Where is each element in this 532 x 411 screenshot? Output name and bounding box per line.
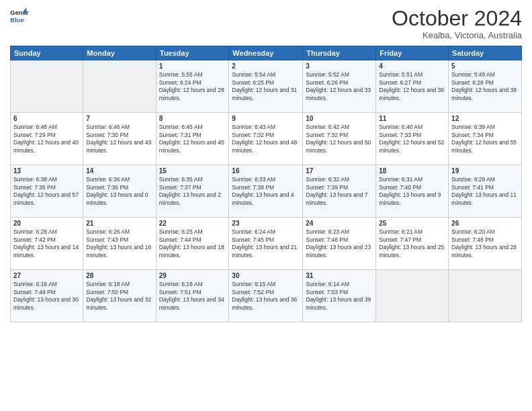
calendar-cell [11,60,83,113]
page-header: General Blue October 2024 Kealba, Victor… [10,7,522,40]
calendar-cell: 7Sunrise: 6:46 AMSunset: 7:30 PMDaylight… [83,113,156,165]
day-number: 24 [306,220,373,227]
day-info: Sunrise: 6:46 AMSunset: 7:30 PMDaylight:… [86,124,152,154]
calendar-cell: 24Sunrise: 6:23 AMSunset: 7:46 PMDayligh… [303,218,376,270]
day-number: 4 [379,62,445,70]
calendar-cell: 2Sunrise: 5:54 AMSunset: 6:25 PMDaylight… [229,60,303,113]
day-info: Sunrise: 6:16 AMSunset: 7:51 PMDaylight:… [159,281,226,312]
day-number: 5 [451,62,519,70]
calendar-week-5: 27Sunrise: 6:19 AMSunset: 7:49 PMDayligh… [11,270,522,322]
day-info: Sunrise: 6:19 AMSunset: 7:49 PMDaylight:… [13,281,80,312]
calendar-cell: 6Sunrise: 6:48 AMSunset: 7:29 PMDaylight… [11,113,83,165]
calendar-cell: 14Sunrise: 6:36 AMSunset: 7:36 PMDayligh… [83,165,156,218]
day-info: Sunrise: 6:35 AMSunset: 7:37 PMDaylight:… [159,176,226,207]
calendar-cell: 18Sunrise: 6:31 AMSunset: 7:40 PMDayligh… [376,165,449,218]
day-number: 9 [232,115,300,122]
title-block: October 2024 Kealba, Victoria, Australia [392,7,522,40]
day-info: Sunrise: 6:28 AMSunset: 7:42 PMDaylight:… [13,228,80,259]
calendar-week-3: 13Sunrise: 6:38 AMSunset: 7:35 PMDayligh… [11,165,522,218]
day-number: 13 [13,167,80,175]
calendar-cell: 21Sunrise: 6:26 AMSunset: 7:43 PMDayligh… [83,218,156,270]
calendar-cell: 1Sunrise: 5:55 AMSunset: 6:24 PMDaylight… [156,60,229,113]
day-info: Sunrise: 6:45 AMSunset: 7:31 PMDaylight:… [159,124,226,154]
calendar-week-4: 20Sunrise: 6:28 AMSunset: 7:42 PMDayligh… [11,218,522,270]
day-number: 7 [86,115,152,122]
calendar-cell: 31Sunrise: 6:14 AMSunset: 7:53 PMDayligh… [303,270,376,322]
day-number: 12 [451,115,519,122]
day-info: Sunrise: 6:38 AMSunset: 7:35 PMDaylight:… [13,176,80,207]
calendar-cell: 5Sunrise: 5:49 AMSunset: 6:28 PMDaylight… [449,60,522,113]
day-info: Sunrise: 6:26 AMSunset: 7:43 PMDaylight:… [86,228,152,259]
weekday-header-wednesday: Wednesday [229,46,303,60]
day-number: 17 [306,167,373,175]
day-number: 26 [451,220,519,227]
calendar-cell: 27Sunrise: 6:19 AMSunset: 7:49 PMDayligh… [11,270,83,322]
day-info: Sunrise: 6:39 AMSunset: 7:34 PMDaylight:… [451,124,519,154]
day-number: 20 [13,220,80,227]
day-info: Sunrise: 6:43 AMSunset: 7:32 PMDaylight:… [232,124,300,154]
day-info: Sunrise: 6:21 AMSunset: 7:47 PMDaylight:… [379,228,445,259]
day-number: 11 [379,115,445,122]
calendar-cell: 30Sunrise: 6:15 AMSunset: 7:52 PMDayligh… [229,270,303,322]
calendar-cell [376,270,449,322]
day-number: 23 [232,220,300,227]
day-number: 2 [232,62,300,70]
day-info: Sunrise: 6:25 AMSunset: 7:44 PMDaylight:… [159,228,226,259]
day-info: Sunrise: 5:49 AMSunset: 6:28 PMDaylight:… [451,71,519,102]
calendar-cell: 10Sunrise: 6:42 AMSunset: 7:32 PMDayligh… [303,113,376,165]
weekday-header-friday: Friday [376,46,449,60]
day-number: 31 [306,272,373,279]
day-number: 29 [159,272,226,279]
day-number: 30 [232,272,300,279]
day-info: Sunrise: 6:24 AMSunset: 7:45 PMDaylight:… [232,228,300,259]
day-info: Sunrise: 6:48 AMSunset: 7:29 PMDaylight:… [13,124,80,154]
calendar-week-2: 6Sunrise: 6:48 AMSunset: 7:29 PMDaylight… [11,113,522,165]
day-number: 15 [159,167,226,175]
calendar-cell: 16Sunrise: 6:33 AMSunset: 7:38 PMDayligh… [229,165,303,218]
day-info: Sunrise: 6:29 AMSunset: 7:41 PMDaylight:… [451,176,519,207]
day-number: 25 [379,220,445,227]
month-title: October 2024 [392,7,522,30]
day-number: 3 [306,62,373,70]
day-number: 6 [13,115,80,122]
day-info: Sunrise: 6:32 AMSunset: 7:39 PMDaylight:… [306,176,373,207]
calendar-cell: 26Sunrise: 6:20 AMSunset: 7:48 PMDayligh… [449,218,522,270]
day-number: 18 [379,167,445,175]
day-number: 28 [86,272,152,279]
day-info: Sunrise: 5:55 AMSunset: 6:24 PMDaylight:… [159,71,226,102]
day-number: 22 [159,220,226,227]
calendar-cell: 11Sunrise: 6:40 AMSunset: 7:33 PMDayligh… [376,113,449,165]
day-number: 14 [86,167,152,175]
logo: General Blue [10,7,29,26]
day-number: 21 [86,220,152,227]
calendar-cell: 9Sunrise: 6:43 AMSunset: 7:32 PMDaylight… [229,113,303,165]
weekday-header-monday: Monday [83,46,156,60]
day-info: Sunrise: 6:23 AMSunset: 7:46 PMDaylight:… [306,228,373,259]
calendar-cell: 17Sunrise: 6:32 AMSunset: 7:39 PMDayligh… [303,165,376,218]
svg-text:Blue: Blue [10,16,24,24]
day-number: 1 [159,62,226,70]
day-info: Sunrise: 6:42 AMSunset: 7:32 PMDaylight:… [306,124,373,154]
day-info: Sunrise: 5:52 AMSunset: 6:26 PMDaylight:… [306,71,373,102]
day-number: 8 [159,115,226,122]
day-info: Sunrise: 6:36 AMSunset: 7:36 PMDaylight:… [86,176,152,207]
calendar-cell: 15Sunrise: 6:35 AMSunset: 7:37 PMDayligh… [156,165,229,218]
day-number: 27 [13,272,80,279]
calendar-cell: 13Sunrise: 6:38 AMSunset: 7:35 PMDayligh… [11,165,83,218]
calendar-cell: 28Sunrise: 6:18 AMSunset: 7:50 PMDayligh… [83,270,156,322]
weekday-header-thursday: Thursday [303,46,376,60]
day-info: Sunrise: 5:54 AMSunset: 6:25 PMDaylight:… [232,71,300,102]
day-number: 10 [306,115,373,122]
calendar-cell: 4Sunrise: 5:51 AMSunset: 6:27 PMDaylight… [376,60,449,113]
day-number: 16 [232,167,300,175]
calendar-cell [83,60,156,113]
weekday-header-sunday: Sunday [11,46,83,60]
location: Kealba, Victoria, Australia [392,30,522,40]
weekday-header-tuesday: Tuesday [156,46,229,60]
day-number: 19 [451,167,519,175]
day-info: Sunrise: 6:18 AMSunset: 7:50 PMDaylight:… [86,281,152,312]
day-info: Sunrise: 5:51 AMSunset: 6:27 PMDaylight:… [379,71,445,102]
calendar-table: SundayMondayTuesdayWednesdayThursdayFrid… [10,46,522,322]
day-info: Sunrise: 6:40 AMSunset: 7:33 PMDaylight:… [379,124,445,154]
calendar-cell: 8Sunrise: 6:45 AMSunset: 7:31 PMDaylight… [156,113,229,165]
